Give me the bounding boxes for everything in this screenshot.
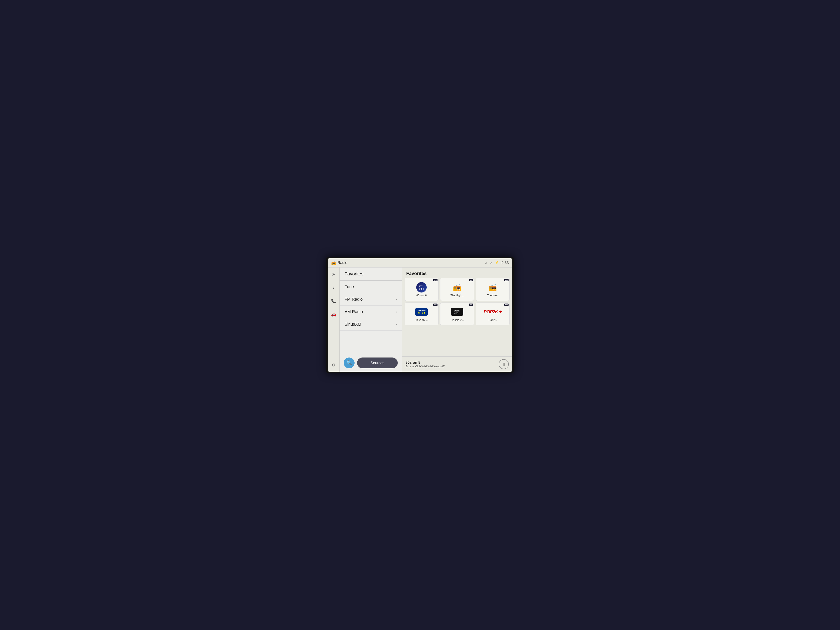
settings-icon: ⚙ [332, 363, 336, 368]
fm-radio-arrow-icon: › [396, 297, 397, 301]
favorite-card-the-heat[interactable]: xm 📻 The Heat [475, 278, 510, 301]
screen-bezel: 📻 Radio ⊘ ⇌̶ ⚡ 9:33 ➤ ♪ 📞 [326, 257, 514, 373]
logo-the-heat: 📻 [477, 282, 508, 292]
settings-button[interactable]: ⚙ [330, 361, 338, 369]
radio-header-icon: 📻 [331, 261, 336, 265]
card-label-classic-vinyl: Classic V... [450, 318, 464, 322]
right-panel: Favorites xm 80son 8 80s on 8 [402, 267, 512, 372]
navigation-icon: ➤ [332, 272, 335, 277]
xm-badge-6: xm [504, 303, 508, 306]
car-button[interactable]: 🚗 [330, 310, 338, 318]
main-content: ➤ ♪ 📞 🚗 ⚙ Favorites [328, 267, 512, 372]
bluetooth-icon: ⚡ [495, 261, 499, 265]
favorite-card-classic-vinyl[interactable]: xm ClassicVinyl Classic V... [440, 303, 474, 325]
top-bar: 📻 Radio ⊘ ⇌̶ ⚡ 9:33 [328, 258, 512, 267]
now-playing-station: 80s on 8 [406, 360, 445, 365]
now-playing-info: 80s on 8 Escape Club·Wild Wild West (88) [406, 360, 445, 368]
logo-pop2k: POP2K✦ [477, 307, 508, 317]
card-label-siriusxm-hits1: SiriusXM ... [415, 318, 428, 322]
menu-item-tune[interactable]: Tune [339, 281, 402, 293]
radio-placeholder-icon-1: 📻 [453, 283, 461, 291]
favorites-grid: xm 80son 8 80s on 8 xm 📻 [402, 278, 512, 325]
menu-item-am-radio[interactable]: AM Radio › [339, 306, 402, 318]
logo-siriusxm-hits1: SIRIUSXMHITS 1 [406, 307, 437, 317]
favorite-card-80s-on-8[interactable]: xm 80son 8 80s on 8 [404, 278, 439, 301]
menu-item-siriusxm[interactable]: SiriusXM › [339, 318, 402, 331]
wireless-off-icon: ⊘ [485, 261, 487, 265]
menu-item-fm-radio[interactable]: FM Radio › [339, 293, 402, 306]
xm-badge-3: xm [504, 279, 508, 281]
top-bar-status: ⊘ ⇌̶ ⚡ 9:33 [485, 261, 509, 265]
menu-item-favorites[interactable]: Favorites [339, 267, 402, 281]
pause-icon: ⏸ [502, 362, 506, 367]
card-label-pop2k: Pop2K [488, 318, 497, 322]
favorite-card-pop2k[interactable]: xm POP2K✦ Pop2K [475, 303, 510, 325]
search-button[interactable]: 🔍 [344, 357, 355, 368]
logo-the-high: 📻 [442, 282, 472, 292]
am-radio-arrow-icon: › [396, 310, 397, 314]
siriusxm-arrow-icon: › [396, 322, 397, 326]
music-icon: ♪ [333, 285, 335, 290]
infotainment-screen: 📻 Radio ⊘ ⇌̶ ⚡ 9:33 ➤ ♪ 📞 [328, 258, 512, 372]
favorite-card-the-high[interactable]: xm 📻 The High... [440, 278, 474, 301]
card-label-the-heat: The Heat [487, 294, 498, 297]
logo-classic-vinyl: ClassicVinyl [442, 307, 472, 317]
radio-placeholder-icon-2: 📻 [488, 283, 497, 291]
top-bar-left: 📻 Radio [331, 261, 347, 265]
bottom-actions: 🔍 Sources [339, 354, 402, 372]
sidebar-icons: ➤ ♪ 📞 🚗 ⚙ [328, 267, 339, 372]
xm-badge-2: xm [469, 279, 473, 281]
card-label-the-high: The High... [450, 294, 464, 297]
clock-display: 9:33 [502, 261, 509, 265]
favorite-card-siriusxm-hits1[interactable]: xm SIRIUSXMHITS 1 SiriusXM ... [404, 303, 439, 325]
now-playing-bar: 80s on 8 Escape Club·Wild Wild West (88)… [402, 357, 512, 372]
pause-button[interactable]: ⏸ [499, 359, 509, 369]
logo-80s-on-8: 80son 8 [406, 282, 437, 292]
search-icon: 🔍 [346, 360, 352, 366]
app-title: Radio [338, 261, 347, 265]
phone-icon: 📞 [331, 298, 336, 303]
now-playing-track: Escape Club·Wild Wild West (88) [406, 365, 445, 368]
card-label-80s-on-8: 80s on 8 [416, 294, 427, 297]
sources-button[interactable]: Sources [357, 357, 398, 368]
xm-badge-1: xm [433, 279, 437, 281]
phone-button[interactable]: 📞 [330, 297, 338, 305]
left-menu-panel: Favorites Tune FM Radio › AM Radio › Sir… [339, 267, 402, 372]
favorites-section-title: Favorites [402, 267, 512, 278]
xm-badge-5: xm [469, 303, 473, 306]
xm-badge-4: xm [433, 303, 437, 306]
cast-off-icon: ⇌̶ [490, 261, 492, 265]
navigation-button[interactable]: ➤ [330, 270, 338, 278]
car-icon: 🚗 [331, 312, 336, 317]
music-button[interactable]: ♪ [330, 283, 338, 292]
